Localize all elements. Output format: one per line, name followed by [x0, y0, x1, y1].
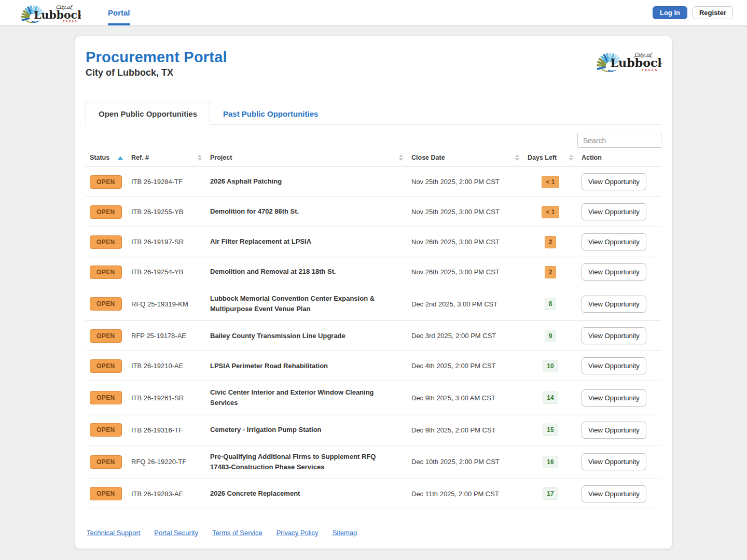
tab-bar: Open Public Opportunities Past Public Op…	[86, 103, 661, 125]
view-opportunity-button[interactable]: View Opportunity	[582, 485, 646, 502]
top-navbar: Lubbock City of TEXAS Portal Log In Regi…	[0, 0, 747, 25]
project-name: LPSIA Perimeter Road Rehabilitation	[206, 351, 407, 381]
nav-item-portal[interactable]: Portal	[108, 0, 130, 25]
footer-link[interactable]: Technical Support	[87, 529, 140, 537]
days-left-badge: 16	[543, 456, 558, 468]
register-button[interactable]: Register	[693, 6, 733, 19]
status-badge: OPEN	[90, 329, 122, 343]
card-header: Procurement Portal City of Lubbock, TX L…	[86, 48, 661, 78]
opportunities-table: Status Ref. # Project	[86, 151, 661, 509]
days-left-badge: 2	[545, 266, 557, 278]
view-opportunity-button[interactable]: View Opportunity	[582, 263, 646, 281]
column-header-action: Action	[577, 151, 661, 167]
table-row: OPEN ITB 26-19197-SR Air Filter Replacem…	[86, 227, 661, 257]
days-left-badge: 14	[543, 391, 558, 404]
days-left-badge: 8	[545, 298, 557, 310]
days-left-badge: < 1	[542, 206, 559, 218]
view-opportunity-button[interactable]: View Opportunity	[582, 357, 646, 374]
column-header-close-date[interactable]: Close Date	[407, 151, 523, 167]
close-date: Nov 26th 2025, 3:00 PM CST	[407, 257, 523, 287]
table-row: OPEN RFP 25-19178-AE Bailey County Trans…	[86, 321, 661, 351]
sort-icon	[399, 155, 403, 161]
project-name: Lubbock Memorial Convention Center Expan…	[206, 287, 407, 321]
active-nav-underline	[108, 23, 130, 25]
status-badge: OPEN	[90, 391, 122, 404]
footer-link[interactable]: Sitemap	[333, 529, 357, 537]
ref-number: ITB 26-19210-AE	[127, 351, 206, 381]
project-name: Pre-Qualifying Additional Firms to Suppl…	[206, 445, 407, 479]
close-date: Dec 9th 2025, 2:00 PM CST	[407, 415, 523, 445]
status-badge: OPEN	[90, 359, 122, 373]
status-badge: OPEN	[90, 265, 122, 279]
sort-icon	[515, 155, 519, 161]
project-name: Demolition for 4702 86th St.	[206, 197, 407, 227]
project-name: Demolition and Removal at 218 18th St.	[206, 257, 407, 287]
view-opportunity-button[interactable]: View Opportunity	[582, 173, 646, 190]
view-opportunity-button[interactable]: View Opportunity	[582, 233, 646, 250]
nav-portal-label: Portal	[108, 8, 130, 17]
view-opportunity-button[interactable]: View Opportunity	[582, 327, 646, 344]
view-opportunity-button[interactable]: View Opportunity	[582, 389, 646, 407]
table-row: OPEN ITB 26-19254-YB Demolition and Remo…	[86, 257, 661, 287]
close-date: Dec 9th 2025, 3:00 AM CST	[407, 381, 523, 415]
ref-header-label: Ref. #	[131, 154, 149, 161]
city-of-lubbock-logo: Lubbock City of TEXAS	[20, 2, 81, 23]
tab-past-public-opportunities[interactable]: Past Public Opportunities	[210, 103, 331, 125]
project-name: Cemetery - Irrigation Pump Station	[206, 415, 407, 445]
search-input[interactable]	[577, 133, 661, 148]
status-badge: OPEN	[90, 455, 122, 469]
column-header-status[interactable]: Status	[86, 151, 127, 167]
svg-text:TEXAS: TEXAS	[63, 20, 78, 23]
view-opportunity-button[interactable]: View Opportunity	[582, 453, 646, 470]
page-subtitle: City of Lubbock, TX	[86, 67, 227, 78]
column-header-project[interactable]: Project	[206, 151, 407, 167]
close-date: Nov 25th 2025, 3:00 PM CST	[407, 197, 523, 227]
ref-number: ITB 26-19197-SR	[127, 227, 206, 257]
view-opportunity-button[interactable]: View Opportunity	[582, 422, 646, 439]
close-date: Dec 10th 2025, 2:00 PM CST	[407, 445, 523, 479]
status-header-label: Status	[90, 154, 109, 161]
days-left-badge: 9	[545, 330, 557, 342]
close-date: Nov 26th 2025, 3:00 PM CST	[407, 227, 523, 257]
footer-link[interactable]: Privacy Policy	[276, 529, 319, 537]
table-header-row: Status Ref. # Project	[86, 151, 661, 167]
table-row: OPEN ITB 26-19255-YB Demolition for 4702…	[86, 197, 661, 227]
view-opportunity-button[interactable]: View Opportunity	[582, 296, 646, 313]
ref-number: ITB 26-19283-AE	[127, 479, 206, 509]
lubbock-logo: Lubbock City of TEXAS	[20, 2, 81, 23]
footer-links: Technical SupportPortal SecurityTerms of…	[86, 528, 661, 537]
login-button[interactable]: Log In	[653, 6, 687, 19]
footer-link[interactable]: Terms of Service	[212, 529, 262, 537]
svg-text:Lubbock: Lubbock	[611, 56, 661, 69]
ref-number: ITB 26-19254-YB	[127, 257, 206, 287]
ref-number: RFQ 25-19319-KM	[127, 287, 206, 321]
footer-link[interactable]: Portal Security	[154, 529, 198, 537]
days-left-badge: < 1	[542, 176, 559, 188]
table-row: OPEN ITB 26-19210-AE LPSIA Perimeter Roa…	[86, 351, 661, 381]
project-name: 2026 Concrete Replacement	[206, 479, 407, 509]
close-date: Nov 25th 2025, 2:00 PM CST	[407, 167, 523, 197]
tab-open-public-opportunities[interactable]: Open Public Opportunities	[86, 103, 210, 125]
navbar-brand-logo[interactable]: Lubbock City of TEXAS	[20, 2, 81, 23]
sort-ascending-icon	[118, 156, 123, 160]
table-row: OPEN RFQ 25-19319-KM Lubbock Memorial Co…	[86, 287, 661, 321]
table-row: OPEN ITB 26-19283-AE 2026 Concrete Repla…	[86, 479, 661, 509]
days-left-header-label: Days Left	[528, 154, 557, 161]
column-header-days-left[interactable]: Days Left	[523, 151, 577, 167]
close-date: Dec 4th 2025, 2:00 PM CST	[407, 351, 523, 381]
ref-number: RFP 25-19178-AE	[127, 321, 206, 351]
close-date-header-label: Close Date	[411, 154, 445, 161]
svg-text:TEXAS: TEXAS	[642, 68, 658, 72]
project-name: Air Filter Replacement at LPSIA	[206, 227, 407, 257]
days-left-badge: 2	[545, 236, 557, 248]
column-header-ref[interactable]: Ref. #	[127, 151, 206, 167]
table-row: OPEN RFQ 26-19220-TF Pre-Qualifying Addi…	[86, 445, 661, 479]
ref-number: RFQ 26-19220-TF	[127, 445, 206, 479]
project-name: Civic Center Interior and Exterior Windo…	[206, 381, 407, 415]
page-title: Procurement Portal	[86, 49, 227, 66]
svg-text:City of: City of	[634, 52, 653, 58]
view-opportunity-button[interactable]: View Opportunity	[582, 203, 646, 220]
svg-text:City of: City of	[56, 4, 73, 10]
status-badge: OPEN	[90, 235, 122, 249]
ref-number: ITB 26-19316-TF	[127, 415, 206, 445]
